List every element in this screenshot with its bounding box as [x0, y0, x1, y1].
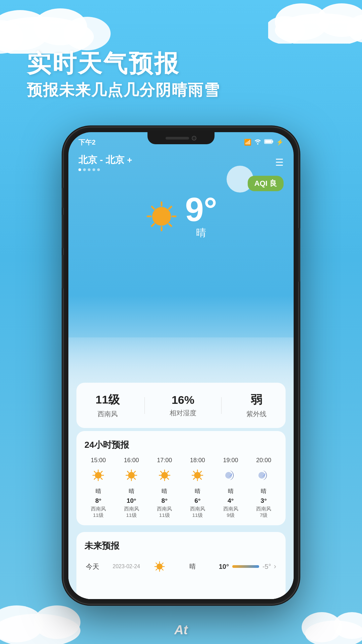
svg-line-46 [161, 471, 162, 473]
header-title: 实时天气预报 [27, 50, 335, 77]
hour-item-15: 15:00 [82, 457, 115, 519]
future-sun-icon [153, 560, 166, 573]
cloud-bottom-left [0, 597, 84, 644]
svg-line-49 [161, 478, 162, 479]
cards-area: 11级 西南风 16% 相对湿度 弱 紫外线 24 [68, 337, 294, 599]
nav-left: 北京 - 北京 + [78, 154, 132, 171]
svg-line-28 [94, 471, 96, 473]
uv-value: 弱 [246, 392, 266, 408]
svg-line-58 [193, 478, 195, 479]
forecast-24h-title: 24小时预报 [82, 439, 280, 451]
sun-icon [145, 200, 178, 233]
future-arrow: › [274, 562, 276, 571]
add-city-button[interactable]: + [127, 155, 132, 165]
header-text: 实时天气预报 预报未来几点几分阴晴雨雪 [27, 50, 335, 99]
hour-item-19: 19:00 晴 4° 西南风 9级 [214, 457, 247, 519]
svg-point-22 [154, 209, 169, 224]
status-time: 下午2 [78, 138, 96, 147]
cloud-top-right [268, 0, 362, 44]
divider-1 [144, 397, 145, 414]
temp-display: 9° 晴 [185, 193, 217, 240]
side-button-power [298, 228, 300, 282]
weather-description: 晴 [185, 226, 217, 240]
menu-button[interactable]: ☰ [275, 157, 284, 168]
side-button-mute [62, 188, 64, 208]
notch [147, 132, 215, 144]
cloud-top-left [0, 0, 114, 54]
future-row-today: 今天 2023-02-24 [82, 558, 280, 575]
forecast-future-title: 未来预报 [82, 540, 280, 552]
aqi-badge: AQI 良 [248, 176, 284, 191]
svg-line-20 [169, 207, 171, 209]
temp-bar [232, 565, 259, 568]
forecast-24h-card: 24小时预报 15:00 [76, 431, 286, 525]
svg-line-40 [127, 478, 129, 479]
future-date: 2023-02-24 [113, 564, 153, 570]
svg-rect-12 [265, 140, 272, 143]
hour-sun-icon-15 [92, 469, 105, 482]
wind-label: 西南风 [96, 410, 120, 419]
svg-line-21 [152, 224, 154, 226]
header-subtitle: 预报未来几点几分阴晴雨雪 [27, 81, 335, 99]
dot-1 [78, 168, 81, 171]
svg-point-61 [157, 564, 163, 570]
svg-line-47 [167, 478, 169, 479]
cloud-bottom-right [302, 604, 362, 644]
dot-5 [97, 168, 100, 171]
svg-point-72 [34, 605, 80, 639]
hour-sun-icon-16 [125, 469, 138, 482]
hour-sun-icon-18 [191, 469, 204, 482]
phone-wrapper: 下午2 📶 ⚡ [64, 127, 298, 604]
svg-line-68 [162, 563, 163, 564]
hour-sun-icon-17 [158, 469, 171, 482]
future-day: 今天 [86, 562, 113, 571]
svg-line-56 [200, 478, 201, 479]
wifi-icon [254, 139, 261, 146]
side-button-vol-down [62, 255, 64, 288]
top-nav: 北京 - 北京 + ☰ [68, 150, 294, 171]
uv-stat: 弱 紫外线 [246, 392, 266, 419]
hour-item-18: 18:00 [181, 457, 214, 519]
svg-line-31 [94, 478, 96, 479]
svg-line-37 [127, 471, 129, 473]
charging-icon: ⚡ [276, 139, 284, 146]
hourly-row: 15:00 [82, 457, 280, 519]
humidity-label: 相对湿度 [170, 409, 196, 418]
dot-4 [93, 168, 95, 171]
hour-moon-icon-20 [257, 469, 270, 482]
svg-line-48 [167, 471, 169, 473]
future-desc: 晴 [166, 562, 219, 571]
side-button-vol-up [62, 215, 64, 248]
nav-dots [78, 168, 132, 171]
phone-frame: 下午2 📶 ⚡ [64, 127, 298, 604]
temperature: 9° [185, 193, 217, 226]
svg-point-23 [95, 472, 102, 479]
svg-line-67 [162, 569, 163, 570]
svg-point-32 [128, 472, 135, 479]
hour-item-17: 17:00 [148, 457, 181, 519]
svg-line-69 [156, 569, 157, 570]
phone-screen: 下午2 📶 ⚡ [68, 132, 294, 599]
forecast-future-card: 未来预报 今天 2023-02-24 [76, 532, 286, 599]
svg-line-39 [134, 471, 135, 473]
dot-2 [83, 168, 86, 171]
hour-moon-icon-19 [224, 469, 237, 482]
svg-line-18 [152, 207, 154, 209]
divider-2 [221, 397, 222, 414]
svg-line-55 [193, 471, 195, 473]
nav-city[interactable]: 北京 - 北京 + [78, 154, 132, 166]
humidity-stat: 16% 相对湿度 [170, 393, 196, 418]
svg-line-30 [101, 471, 102, 473]
stats-card: 11级 西南风 16% 相对湿度 弱 紫外线 [76, 383, 286, 428]
speaker [166, 137, 189, 140]
wind-stat: 11级 西南风 [96, 392, 120, 419]
svg-line-66 [156, 563, 157, 564]
svg-point-41 [161, 472, 168, 479]
bottom-at-text: At [174, 623, 188, 637]
dot-3 [88, 168, 90, 171]
uv-label: 紫外线 [246, 410, 266, 419]
hour-item-20: 20:00 晴 3° 西南风 7级 [247, 457, 280, 519]
svg-line-57 [200, 471, 201, 473]
svg-line-38 [134, 478, 135, 479]
svg-line-19 [169, 224, 171, 226]
